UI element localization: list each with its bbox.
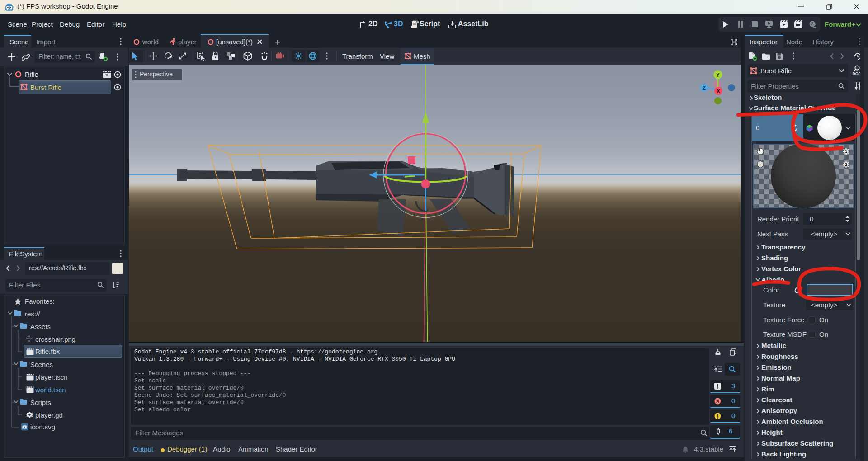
- svg-text:Z: Z: [703, 85, 706, 91]
- svg-text:2: 2: [845, 162, 847, 167]
- svg-text:Y: Y: [716, 72, 720, 78]
- svg-text:DOC: DOC: [853, 71, 861, 76]
- svg-text:1: 1: [845, 149, 847, 154]
- svg-text:X: X: [717, 88, 720, 94]
